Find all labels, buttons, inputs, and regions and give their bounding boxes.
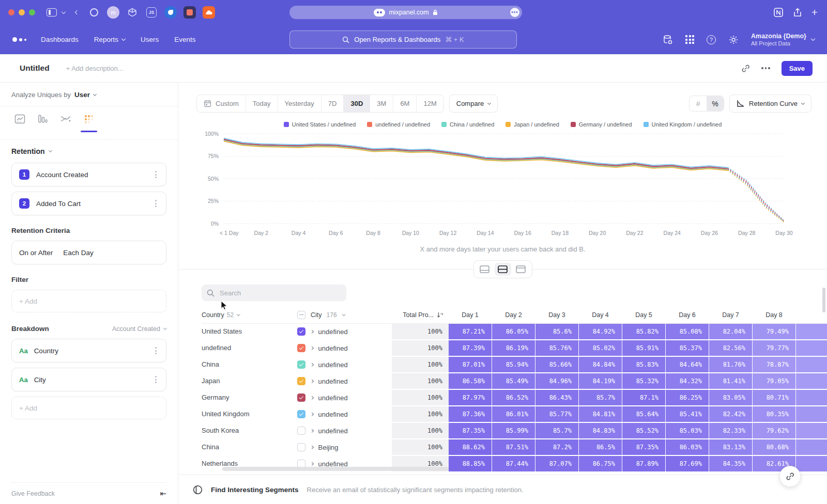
retention-cell[interactable]: 85.02% [579, 340, 622, 356]
retention-cell[interactable]: 85.64% [622, 406, 665, 422]
legend-item[interactable]: Japan / undefined [506, 121, 559, 128]
date-range-12m[interactable]: 12M [417, 94, 443, 113]
retention-cell[interactable]: 80.71% [753, 390, 795, 405]
collapse-sidebar-icon[interactable]: ⇤ [160, 489, 166, 498]
expand-chevron-icon[interactable] [310, 380, 313, 383]
give-feedback-link[interactable]: Give Feedback [11, 490, 55, 497]
retention-cell[interactable]: 85.49% [492, 373, 535, 389]
retention-cell[interactable]: 86.5% [579, 439, 622, 455]
criteria-on-or-after[interactable]: On or After [19, 249, 53, 257]
row-checkbox[interactable] [297, 360, 305, 369]
extensions-more-icon[interactable]: ••• [510, 8, 519, 17]
global-search-button[interactable]: Open Reports & Dashboards ⌘ + K [289, 30, 517, 49]
row-checkbox[interactable] [297, 410, 305, 418]
day-column-header[interactable]: Day 6 [666, 311, 709, 319]
legend-item[interactable]: China / undefined [441, 121, 494, 128]
save-button[interactable]: Save [782, 61, 813, 76]
address-bar[interactable]: mixpanel.com ••• [289, 6, 522, 19]
retention-cell[interactable]: 87.89% [622, 456, 665, 471]
legend-item[interactable]: undefined / undefined [367, 121, 430, 128]
chart-only-view-toggle[interactable] [477, 263, 493, 276]
retention-cell[interactable]: 86.58% [449, 373, 492, 389]
share-link-floating-button[interactable] [779, 466, 801, 487]
retention-cell[interactable]: 85.52% [622, 423, 665, 438]
step-card-account-created[interactable]: 1 Account Created [11, 163, 166, 186]
retention-cell[interactable]: 85.7% [535, 423, 578, 438]
absolute-numbers-toggle[interactable]: # [690, 96, 707, 111]
row-checkbox[interactable] [297, 443, 305, 451]
legend-item[interactable]: United States / undefined [284, 121, 356, 128]
total-column-header[interactable]: Total Pro... [392, 311, 449, 319]
date-range-3m[interactable]: 3M [370, 94, 393, 113]
retention-cell[interactable]: 79.77% [753, 340, 795, 356]
retention-cell[interactable]: 84.96% [535, 373, 578, 389]
retention-cell[interactable]: 81.41% [709, 373, 752, 389]
expand-chevron-icon[interactable] [310, 429, 313, 432]
row-checkbox[interactable] [297, 377, 305, 385]
apps-grid-icon[interactable] [685, 35, 694, 44]
retention-cell[interactable]: 86.05% [492, 324, 535, 339]
retention-cell[interactable]: 84.84% [579, 357, 622, 372]
retention-cell[interactable]: 84.32% [666, 373, 709, 389]
retention-cell[interactable]: 78.87% [753, 357, 795, 372]
retention-cell[interactable]: 85.7% [579, 390, 622, 405]
retention-cell[interactable]: 87.1% [622, 390, 665, 405]
expand-chevron-icon[interactable] [310, 346, 313, 350]
retention-cell[interactable]: 85.94% [492, 357, 535, 372]
nav-item-dashboards[interactable]: Dashboards [41, 36, 79, 43]
retention-cell[interactable]: 82.56% [709, 340, 752, 356]
retention-cell[interactable]: 82.42% [709, 406, 752, 422]
cube-extension-icon[interactable] [126, 6, 139, 19]
date-range-7d[interactable]: 7D [321, 94, 344, 113]
expand-chevron-icon[interactable] [310, 363, 313, 366]
retention-cell[interactable]: 84.83% [579, 423, 622, 438]
retention-cell[interactable]: 86.01% [492, 406, 535, 422]
breakdown-card-country[interactable]: Aa Country [11, 339, 166, 363]
retention-cell[interactable]: 79.05% [753, 373, 795, 389]
kebab-menu-icon[interactable] [153, 198, 159, 209]
data-management-icon[interactable] [663, 35, 673, 45]
retention-cell[interactable]: 80.35% [753, 406, 795, 422]
retention-cell[interactable]: 84.35% [709, 456, 752, 471]
country-column-header[interactable]: Country 52 [202, 311, 297, 319]
expand-chevron-icon[interactable] [310, 413, 313, 416]
table-search-input[interactable] [219, 289, 332, 297]
retention-criteria-card[interactable]: On or After Each Day [11, 241, 166, 264]
retention-cell[interactable]: 87.39% [449, 340, 492, 356]
retention-cell[interactable]: 85.76% [535, 340, 578, 356]
retention-cell[interactable]: 79.62% [753, 423, 795, 438]
retention-cell[interactable]: 85.83% [622, 357, 665, 372]
tab-retention[interactable] [84, 114, 94, 132]
vertical-scrollbar[interactable] [822, 288, 825, 312]
retention-cell[interactable]: 86.03% [666, 439, 709, 455]
retention-cell[interactable]: 88.62% [449, 439, 492, 455]
retention-cell[interactable]: 87.36% [449, 406, 492, 422]
m-extension-icon[interactable]: m [107, 6, 119, 19]
retention-cell[interactable]: 85.08% [666, 324, 709, 339]
breakdown-card-city[interactable]: Aa City [11, 368, 166, 391]
add-filter-button[interactable]: + Add [11, 290, 166, 312]
retention-cell[interactable]: 81.76% [709, 357, 752, 372]
day-column-header[interactable]: Day 2 [492, 311, 535, 319]
retention-cell[interactable]: 87.35% [622, 439, 665, 455]
chart-type-dropdown[interactable]: Retention Curve [729, 94, 811, 113]
date-range-6m[interactable]: 6M [393, 94, 417, 113]
retention-cell[interactable]: 86.75% [579, 456, 622, 471]
split-view-toggle[interactable] [495, 263, 511, 276]
add-breakdown-button[interactable]: + Add [11, 397, 166, 419]
table-search[interactable] [202, 285, 346, 301]
kebab-menu-icon[interactable] [153, 345, 159, 356]
retention-cell[interactable]: 87.21% [449, 324, 492, 339]
retention-cell[interactable]: 85.6% [535, 324, 578, 339]
close-window-button[interactable] [8, 9, 14, 15]
retention-cell[interactable]: 86.43% [535, 390, 578, 405]
bird-extension-icon[interactable] [164, 6, 177, 19]
date-range-today[interactable]: Today [246, 94, 278, 113]
day-column-header[interactable]: Day 5 [622, 311, 665, 319]
retention-cell[interactable]: 86.52% [492, 390, 535, 405]
retention-cell[interactable]: 83.13% [709, 439, 752, 455]
retention-cell[interactable]: 87.35% [449, 423, 492, 438]
breakdown-scope-dropdown[interactable]: Account Created [112, 325, 166, 333]
date-range-30d[interactable]: 30D [344, 94, 370, 113]
day-column-header[interactable]: Day 8 [753, 311, 795, 319]
